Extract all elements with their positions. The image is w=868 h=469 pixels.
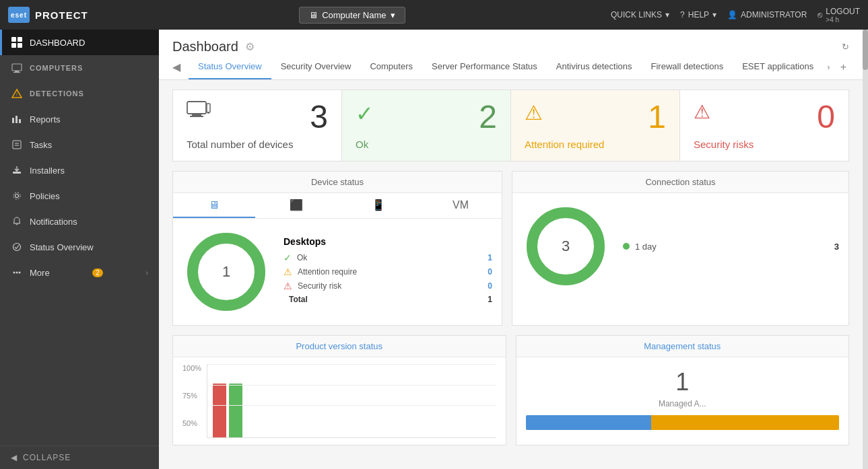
warning-stat-icon: ⚠: [525, 101, 543, 124]
tab-security-overview[interactable]: Security Overview: [271, 55, 361, 79]
stat-card-attention: ⚠ 1 Attention required: [511, 89, 680, 161]
tab-eset-apps[interactable]: ESET applications: [733, 55, 823, 79]
more-badge: 2: [92, 268, 103, 277]
sidebar-item-more[interactable]: More 2 ›: [0, 260, 159, 285]
y-label-50: 50%: [182, 419, 201, 427]
computer-name-label: Computer Name: [322, 10, 386, 20]
dashboard-body: 3 Total number of devices ✓ 2 Ok ⚠: [159, 80, 863, 469]
device-donut-chart: 1: [182, 228, 270, 316]
conn-donut-area: 3 1 day 3: [512, 193, 848, 299]
grid-line-mid1: [207, 385, 496, 386]
tab-computers-label: Computers: [370, 61, 413, 71]
sidebar-item-dashboard[interactable]: DASHBOARD: [0, 30, 159, 55]
device-legend: Desktops ✓ Ok 1 ⚠ Attention require 0: [283, 236, 492, 308]
add-tab-icon[interactable]: +: [838, 56, 849, 79]
sidebar-computers-label: COMPUTERS: [30, 64, 83, 72]
device-tab-mobile[interactable]: 📱: [337, 193, 420, 218]
topnav-right: QUICK LINKS ▾ ? HELP ▾ 👤 ADMINISTRATOR ⎋…: [611, 7, 860, 24]
connection-status-panel: Connection status 3: [512, 171, 849, 326]
sidebar-item-computers[interactable]: COMPUTERS: [0, 59, 159, 77]
logo-text: eset: [11, 11, 27, 19]
sidebar-tasks-label: Tasks: [30, 140, 52, 150]
legend-total-count: 1: [488, 295, 492, 304]
tab-firewall-label: Firewall detections: [651, 61, 724, 71]
sidebar-status-overview-label: Status Overview: [30, 242, 94, 252]
computer-name-button[interactable]: 🖥 Computer Name ▾: [299, 7, 405, 24]
help-btn[interactable]: ? HELP ▾: [680, 10, 716, 20]
management-status-title: Management status: [644, 341, 721, 351]
svg-rect-4: [12, 64, 22, 71]
checkmark-stat-icon: ✓: [356, 101, 374, 127]
device-tab-server[interactable]: ⬛: [255, 193, 337, 218]
collapse-btn[interactable]: ◀ COLLAPSE: [0, 445, 159, 469]
tabs-chevron-icon[interactable]: ›: [823, 57, 834, 77]
bar-group-1: [213, 384, 226, 437]
legend-attention-row: ⚠ Attention require 0: [283, 266, 492, 277]
stat-cards-row: 3 Total number of devices ✓ 2 Ok ⚠: [172, 89, 849, 161]
tab-firewall[interactable]: Firewall detections: [642, 55, 733, 79]
quick-links-btn[interactable]: QUICK LINKS ▾: [611, 10, 669, 20]
bar-group-2: [229, 384, 242, 437]
refresh-icon[interactable]: ↻: [842, 42, 849, 52]
svg-rect-14: [13, 172, 21, 174]
tab-status-overview[interactable]: Status Overview: [189, 55, 271, 79]
sidebar-item-status-overview[interactable]: Status Overview: [0, 234, 159, 260]
sidebar-item-installers[interactable]: Installers: [0, 157, 159, 183]
svg-point-17: [13, 244, 21, 251]
legend-check-icon: ✓: [283, 252, 292, 263]
legend-danger-icon: ⚠: [283, 281, 292, 291]
legend-ok-row: ✓ Ok 1: [283, 252, 492, 263]
grid-lines: [207, 364, 496, 427]
product-version-body: 100% 75% 50%: [173, 357, 506, 445]
help-chevron-icon: ▾: [712, 10, 716, 20]
tasks-icon: [11, 139, 23, 151]
monitor-icon: 🖥: [309, 10, 318, 20]
tab-antivirus[interactable]: Antivirus detections: [547, 55, 642, 79]
collapse-icon: ◀: [11, 453, 18, 462]
sidebar-item-policies[interactable]: Policies: [0, 183, 159, 209]
sidebar-detections-label: DETECTIONS: [30, 89, 84, 98]
legend-ok-label: Ok: [297, 253, 482, 262]
sidebar-toggle-icon[interactable]: ◀: [172, 55, 186, 79]
status-icon: [11, 241, 23, 253]
device-tab-desktop[interactable]: 🖥: [173, 193, 255, 218]
conn-dot-icon: [623, 243, 630, 250]
tab-computers[interactable]: Computers: [360, 55, 422, 79]
ok-label: Ok: [356, 139, 497, 150]
svg-rect-9: [15, 116, 18, 123]
stacked-bar-yellow: [651, 415, 839, 430]
conn-donut-center: 3: [562, 238, 570, 255]
y-label-75: 75%: [182, 392, 201, 400]
logout-btn[interactable]: ⎋ LOGOUT >4 h: [817, 7, 860, 24]
device-tab-vm[interactable]: VM: [420, 193, 502, 218]
brand-name: PROTECT: [35, 9, 88, 21]
svg-rect-5: [15, 71, 19, 72]
settings-icon[interactable]: ⚙: [245, 40, 255, 53]
device-status-panel: Device status 🖥 ⬛ 📱 VM: [172, 171, 502, 326]
management-status-body: 1 Managed A...: [516, 357, 849, 437]
mid-row: Device status 🖥 ⬛ 📱 VM: [172, 171, 849, 326]
sidebar-item-reports[interactable]: Reports: [0, 106, 159, 132]
sidebar-notifications-label: Notifications: [30, 217, 77, 227]
scroll-thumb[interactable]: [863, 30, 868, 70]
sidebar-item-tasks[interactable]: Tasks: [0, 132, 159, 157]
scrollbar[interactable]: [863, 30, 868, 469]
content-area: Dashboard ⚙ ↻ ◀ Status Overview Security…: [159, 30, 863, 469]
admin-btn[interactable]: 👤 ADMINISTRATOR: [727, 10, 807, 20]
tab-server-perf-label: Server Performance Status: [432, 61, 537, 71]
conn-1day-label: 1 day: [635, 242, 829, 252]
legend-attention-label: Attention require: [298, 267, 482, 277]
svg-rect-10: [19, 119, 21, 123]
grid-line-top: [207, 364, 496, 365]
sidebar-item-detections[interactable]: ! DETECTIONS: [0, 81, 159, 106]
svg-rect-0: [11, 37, 16, 42]
sidebar-item-notifications[interactable]: Notifications: [0, 209, 159, 234]
legend-attention-count: 0: [488, 267, 492, 277]
tab-server-perf[interactable]: Server Performance Status: [422, 55, 547, 79]
more-chevron-icon: ›: [145, 268, 148, 277]
logout-sub-label: >4 h: [826, 16, 860, 24]
bar-chart-inner: [207, 364, 496, 438]
conn-row-1-day: 1 day 3: [623, 242, 839, 252]
svg-rect-8: [12, 118, 14, 123]
tab-security-overview-label: Security Overview: [281, 61, 352, 71]
